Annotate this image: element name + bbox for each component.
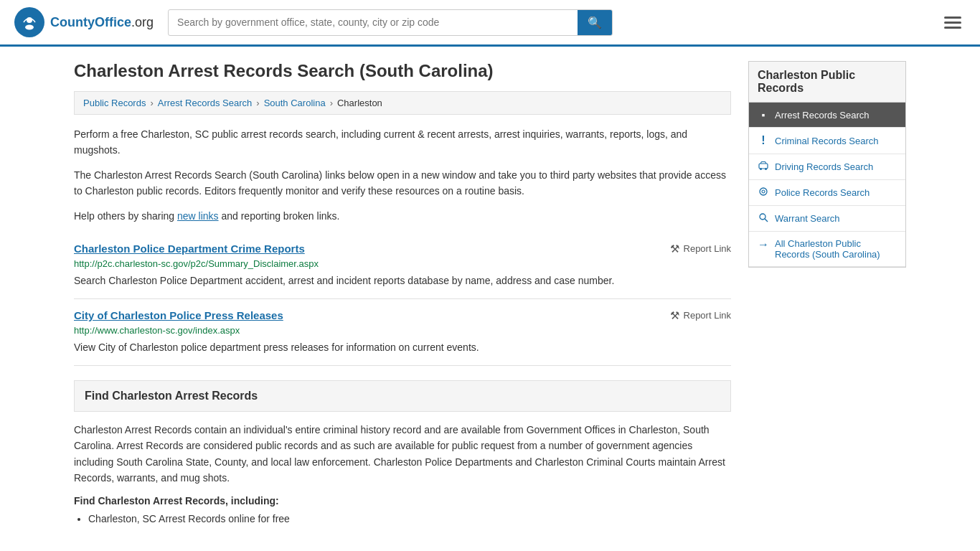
record-entry-1: City of Charleston Police Press Releases…: [74, 299, 731, 366]
report-label-1: Report Link: [684, 310, 731, 321]
sidebar-item-label-1: Criminal Records Search: [775, 136, 879, 146]
police-records-icon: [758, 187, 769, 199]
search-bar: 🔍: [168, 9, 613, 36]
sidebar-item-police-records[interactable]: Police Records Search: [749, 180, 905, 206]
find-list: Charleston, SC Arrest Records online for…: [88, 511, 731, 528]
main-container: Charleston Arrest Records Search (South …: [60, 47, 920, 542]
desc-paragraph-1: Perform a free Charleston, SC public arr…: [74, 126, 731, 159]
report-icon-0: ⚒: [670, 242, 679, 255]
search-button[interactable]: 🔍: [578, 10, 612, 35]
hamburger-line-2: [944, 22, 961, 24]
record-url-1[interactable]: http://www.charleston-sc.gov/index.aspx: [74, 325, 731, 336]
breadcrumb-sep-1: ›: [150, 98, 153, 108]
logo-icon: [14, 7, 44, 37]
sidebar-item-label-0: Arrest Records Search: [775, 110, 870, 121]
desc-paragraph-3: Help others by sharing new links and rep…: [74, 208, 731, 224]
sidebar-title: Charleston Public Records: [748, 61, 906, 103]
hamburger-line-1: [944, 17, 961, 19]
sidebar: Charleston Public Records ▪ Arrest Recor…: [748, 61, 906, 527]
breadcrumb-charleston: Charleston: [337, 98, 382, 108]
desc-paragraph-2: The Charleston Arrest Records Search (So…: [74, 167, 731, 199]
site-logo[interactable]: CountyOffice.org: [14, 7, 154, 37]
find-body-area: Charleston Arrest Records contain an ind…: [74, 422, 731, 527]
record-title-link-0[interactable]: Charleston Police Department Crime Repor…: [74, 242, 305, 255]
svg-point-2: [25, 25, 34, 30]
hamburger-line-3: [944, 27, 961, 29]
record-url-0[interactable]: http://p2c.charleston-sc.gov/p2c/Summary…: [74, 258, 731, 269]
sidebar-item-driving-records[interactable]: Driving Records Search: [749, 154, 905, 180]
svg-point-4: [760, 168, 762, 170]
new-links-link[interactable]: new links: [177, 210, 219, 222]
find-body-text: Charleston Arrest Records contain an ind…: [74, 422, 731, 486]
svg-point-8: [760, 214, 765, 220]
sidebar-item-label-4: Warrant Search: [775, 213, 840, 224]
sidebar-items-list: ▪ Arrest Records Search ! Criminal Recor…: [748, 103, 906, 268]
svg-rect-3: [759, 164, 768, 169]
sidebar-item-label-2: Driving Records Search: [775, 161, 873, 172]
record-header-1: City of Charleston Police Press Releases…: [74, 309, 731, 322]
breadcrumb-sep-2: ›: [256, 98, 259, 108]
criminal-records-icon: !: [758, 134, 769, 147]
svg-line-9: [765, 219, 768, 222]
record-desc-0: Search Charleston Police Department acci…: [74, 273, 731, 288]
desc-3-suffix: and reporting broken links.: [219, 210, 340, 222]
all-records-icon: →: [758, 238, 769, 251]
breadcrumb-public-records[interactable]: Public Records: [83, 98, 146, 108]
sidebar-all-records-label: All Charleston Public Records (South Car…: [775, 238, 897, 260]
record-title-link-1[interactable]: City of Charleston Police Press Releases: [74, 309, 283, 321]
breadcrumb: Public Records › Arrest Records Search ›…: [74, 91, 731, 115]
search-icon: 🔍: [588, 17, 602, 29]
arrest-records-icon: ▪: [758, 109, 769, 121]
hamburger-button[interactable]: [940, 12, 966, 33]
breadcrumb-arrest-records[interactable]: Arrest Records Search: [158, 98, 253, 108]
search-input[interactable]: [169, 11, 578, 34]
warrant-search-icon: [758, 212, 769, 225]
site-header: CountyOffice.org 🔍: [0, 0, 980, 47]
sidebar-item-label-3: Police Records Search: [775, 187, 870, 198]
svg-point-1: [27, 17, 32, 23]
find-section: Find Charleston Arrest Records: [74, 380, 731, 412]
sidebar-item-criminal-records[interactable]: ! Criminal Records Search: [749, 128, 905, 154]
breadcrumb-sep-3: ›: [330, 98, 333, 108]
desc-3-prefix: Help others by sharing: [74, 210, 177, 222]
page-title: Charleston Arrest Records Search (South …: [74, 61, 731, 81]
logo-text: CountyOffice.org: [50, 15, 154, 30]
sidebar-item-warrant-search[interactable]: Warrant Search: [749, 206, 905, 232]
report-link-button-0[interactable]: ⚒ Report Link: [670, 242, 731, 255]
driving-records-icon: [758, 161, 769, 173]
sidebar-item-arrest-records[interactable]: ▪ Arrest Records Search: [749, 103, 905, 128]
svg-point-7: [762, 190, 765, 193]
breadcrumb-south-carolina[interactable]: South Carolina: [264, 98, 326, 108]
find-heading: Find Charleston Arrest Records: [85, 390, 720, 402]
record-header-0: Charleston Police Department Crime Repor…: [74, 242, 731, 255]
record-entry-0: Charleston Police Department Crime Repor…: [74, 232, 731, 299]
record-desc-1: View City of Charleston police departmen…: [74, 340, 731, 355]
svg-point-6: [760, 188, 767, 195]
find-subheading: Find Charleston Arrest Records, includin…: [74, 495, 731, 507]
sidebar-item-all-records[interactable]: → All Charleston Public Records (South C…: [749, 232, 905, 267]
report-icon-1: ⚒: [670, 309, 679, 322]
svg-point-5: [765, 168, 767, 170]
report-link-button-1[interactable]: ⚒ Report Link: [670, 309, 731, 322]
find-list-item-0: Charleston, SC Arrest Records online for…: [88, 511, 731, 528]
report-label-0: Report Link: [684, 243, 731, 254]
content-area: Charleston Arrest Records Search (South …: [74, 61, 731, 527]
